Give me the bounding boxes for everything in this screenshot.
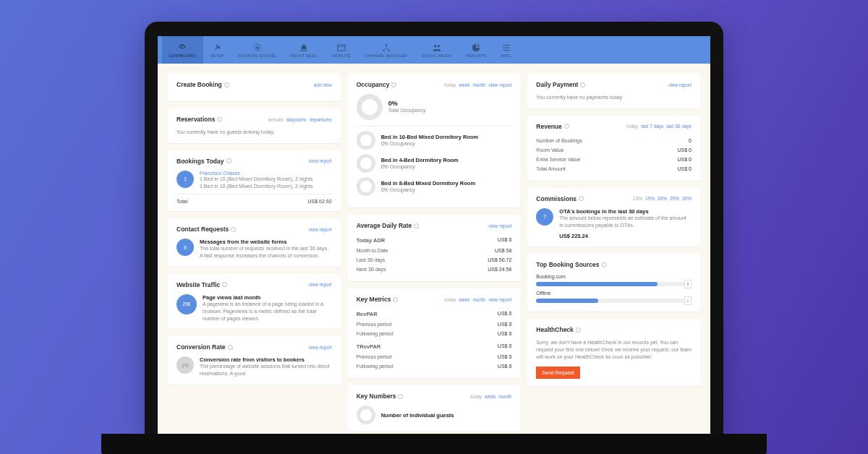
tab-13[interactable]: 13%	[633, 196, 642, 201]
nav-booking-engine[interactable]: BOOKING ENGINE	[231, 36, 283, 64]
tab-week[interactable]: week	[459, 297, 469, 302]
view-report-link[interactable]: view report	[668, 82, 692, 87]
svg-point-6	[434, 44, 437, 46]
card-healthcheck: HealthCheck Sorry, we don't have a Healt…	[527, 319, 700, 385]
room-pct: 0% Occupancy	[381, 140, 479, 147]
row-value: US$ 50.72	[488, 257, 511, 262]
tab-15[interactable]: 15%	[645, 196, 655, 201]
row-label: Today ADR	[357, 237, 386, 244]
tab-30[interactable]: 30%	[682, 196, 692, 201]
tab-7days[interactable]: last 7 days	[641, 124, 663, 129]
tab-departures[interactable]: departures	[310, 117, 332, 122]
info-icon[interactable]	[226, 158, 231, 163]
info-icon[interactable]	[602, 262, 607, 267]
info-icon[interactable]	[580, 82, 585, 87]
tab-month[interactable]: month	[498, 394, 511, 399]
dashboard-grid: Create Booking add new Reservations arri…	[158, 64, 710, 434]
tab-week[interactable]: week	[459, 82, 469, 87]
description: The total number of requests received in…	[200, 245, 332, 260]
view-report-link[interactable]: view report	[309, 158, 332, 163]
row-value: US$ 0	[678, 147, 692, 153]
tab-today[interactable]: today	[470, 394, 482, 399]
info-icon[interactable]	[398, 394, 403, 399]
booking-line: 1 Bed in 10 (Bed Mixed Dormitory Room), …	[200, 176, 332, 183]
network-icon	[381, 43, 391, 53]
source-name: Booking.com	[536, 274, 692, 279]
occupancy-pct: 0%	[388, 100, 426, 107]
reservations-empty: You currently have no guests arriving to…	[176, 129, 332, 136]
info-icon[interactable]	[228, 345, 233, 350]
view-report-link[interactable]: view report	[309, 227, 332, 232]
booking-line: 1 Bed in 10 (Bed Mixed Dormitory Room), …	[200, 183, 332, 190]
row-value: US$ 24.56	[488, 267, 511, 272]
healthcheck-desc: Sorry, we don't have a HealthCheck in ou…	[536, 339, 692, 360]
tab-arrivals[interactable]: arrivals	[268, 117, 284, 122]
view-report-link[interactable]: view report	[309, 345, 332, 350]
count-badge: 6	[176, 239, 194, 256]
card-title: Key Numbers	[357, 393, 404, 400]
tab-week[interactable]: week	[485, 394, 495, 399]
row-label: Month to Date	[357, 248, 388, 253]
card-title: HealthCheck	[536, 326, 581, 333]
tab-20[interactable]: 20%	[658, 196, 667, 201]
info-icon[interactable]	[393, 297, 398, 302]
card-reservations: Reservations arrivals stayovers departur…	[168, 108, 341, 143]
tab-30days[interactable]: last 30 days	[666, 124, 692, 129]
subheading: Page views last month	[203, 294, 332, 301]
nav-dashboard[interactable]: DASHBOARD	[162, 36, 203, 64]
info-icon[interactable]	[576, 327, 581, 333]
nav-front-desk[interactable]: FRONT DESK	[283, 36, 324, 64]
donut-room	[357, 131, 375, 150]
info-icon[interactable]	[414, 223, 419, 228]
add-new-link[interactable]: add new	[314, 82, 332, 87]
room-pct: 0% Occupancy	[381, 163, 459, 171]
tab-stayovers[interactable]: stayovers	[286, 117, 307, 122]
view-report-link[interactable]: view report	[489, 297, 512, 302]
tab-month[interactable]: month	[472, 82, 485, 87]
tab-25[interactable]: 25%	[670, 196, 679, 201]
tab-month[interactable]: month	[472, 297, 485, 302]
row-value: US$ 0	[498, 354, 511, 359]
count-badge: 7	[536, 208, 553, 226]
subheading: Conversion rate from visitors to bookers	[200, 356, 332, 363]
source-name: Offline	[536, 291, 692, 296]
svg-point-0	[256, 46, 259, 49]
count-badge: 1	[176, 171, 194, 188]
row-value: US$ 0	[498, 343, 511, 350]
nav-setup[interactable]: SETUP	[203, 36, 231, 64]
card-title: Conversion Rate	[176, 343, 233, 351]
row-label: Room Value	[536, 147, 563, 153]
nav-reports[interactable]: REPORTS	[459, 36, 493, 64]
card-occupancy: Occupancy today week month view report	[348, 74, 521, 207]
nav-label: REPORTS	[466, 53, 486, 58]
source-bar: 8	[536, 282, 692, 286]
send-request-button[interactable]: Send Request	[536, 367, 579, 379]
row-value: US$ 58	[495, 248, 511, 253]
info-icon[interactable]	[231, 227, 236, 232]
gauge-icon	[177, 43, 187, 53]
card-contact-requests: Contact Requests view report 6 Messages …	[168, 218, 341, 267]
tab-today[interactable]: today	[626, 124, 638, 129]
occupancy-label: Total Occupancy	[388, 107, 426, 114]
card-conversion-rate: Conversion Rate view report 1% Conversio…	[168, 336, 341, 385]
tab-today[interactable]: today	[444, 82, 456, 87]
info-icon[interactable]	[224, 82, 229, 87]
guest-name-link[interactable]: Francisco Chávez	[200, 171, 332, 176]
info-icon[interactable]	[391, 82, 396, 87]
info-icon[interactable]	[564, 124, 569, 129]
nav-channel-manager[interactable]: CHANNEL MANAGER	[358, 36, 414, 64]
nav-social-media[interactable]: SOCIAL MEDIA	[414, 36, 459, 64]
room-pct: 0% Occupancy	[381, 187, 475, 194]
info-icon[interactable]	[579, 196, 584, 201]
nav-website[interactable]: WEBSITE	[324, 36, 357, 64]
info-icon[interactable]	[217, 117, 222, 122]
card-title: Top Booking Sources	[536, 261, 606, 268]
tab-today[interactable]: today	[444, 297, 456, 302]
info-icon[interactable]	[222, 282, 227, 287]
nav-misc[interactable]: MISC	[493, 36, 519, 64]
card-title: Key Metrics	[357, 296, 399, 303]
view-report-link[interactable]: view report	[489, 223, 512, 228]
view-report-link[interactable]: view report	[489, 82, 512, 87]
view-report-link[interactable]: view report	[309, 282, 332, 287]
card-commissions: Commissions 13% 15% 20% 25% 30% 7	[527, 188, 700, 247]
